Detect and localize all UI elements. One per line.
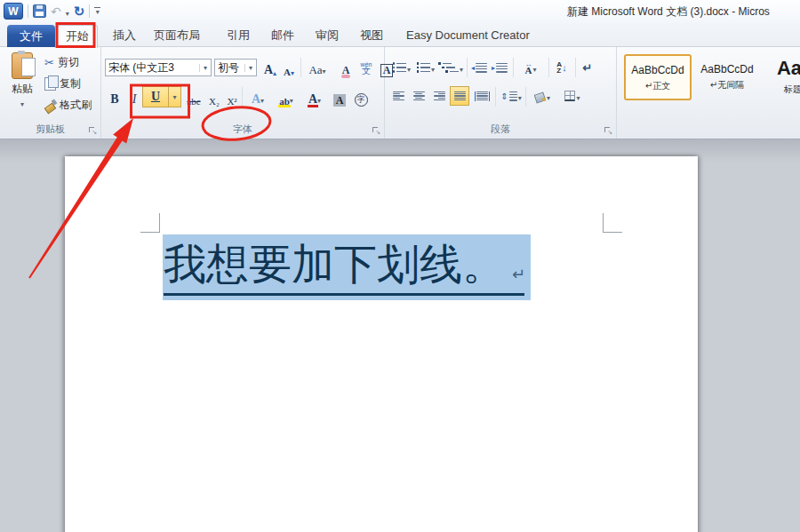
document-page[interactable]: 我想要加下划线。 ↵ <box>65 156 698 532</box>
clipboard-dialog-launcher-icon[interactable] <box>88 126 97 135</box>
justify-button[interactable] <box>450 86 469 106</box>
text-effects-button[interactable]: A <box>245 87 270 107</box>
chevron-down-icon <box>518 88 522 104</box>
divider <box>28 4 28 18</box>
change-case-button[interactable]: Aa <box>304 58 331 77</box>
tab-references[interactable]: 引用 <box>219 25 258 46</box>
paste-label: 粘贴 <box>12 83 33 95</box>
chevron-down-icon <box>547 88 550 104</box>
divider <box>89 4 90 18</box>
copy-label: 复制 <box>60 76 81 91</box>
chevron-down-icon[interactable]: ▾ <box>199 64 211 72</box>
numbering-button[interactable] <box>415 58 436 77</box>
style-card-normal[interactable]: AaBbCcDd ↵正文 <box>624 54 692 100</box>
sort-button[interactable]: AZ ↓ <box>552 58 572 77</box>
asian-layout-icon: ↔ A <box>524 62 532 73</box>
style-sample: AaB <box>762 57 800 80</box>
tab-mailings[interactable]: 邮件 <box>263 25 302 46</box>
character-shading-button[interactable]: A <box>331 87 348 107</box>
increase-indent-button[interactable]: ▸ <box>491 58 508 77</box>
highlight-glyph: ab <box>279 96 290 107</box>
distribute-icon <box>475 91 490 101</box>
bullets-button[interactable] <box>391 58 412 77</box>
paste-dropdown-icon[interactable] <box>5 97 39 109</box>
tab-page-layout[interactable]: 页面布局 <box>146 25 208 46</box>
underline-button[interactable]: U <box>142 86 181 107</box>
italic-button[interactable]: I <box>128 87 140 107</box>
bold-button[interactable]: B <box>107 87 123 107</box>
strikethrough-glyph: abc <box>187 96 200 107</box>
multilevel-list-icon <box>438 62 459 73</box>
phonetic-bottom-text: 文 <box>362 67 371 74</box>
title-bar: W ↶ ↻ 新建 Microsoft Word 文档 (3).docx - Mi… <box>0 0 800 23</box>
style-card-heading1[interactable]: AaB 标题 1 <box>761 54 800 100</box>
undo-dropdown-icon[interactable] <box>66 4 69 20</box>
subscript-glyph: X₂ <box>209 96 220 107</box>
style-name: ↵无间隔 <box>696 79 758 91</box>
styles-group: AaBbCcDd ↵正文 AaBbCcDd ↵无间隔 AaB 标题 1 <box>617 47 800 139</box>
align-right-button[interactable] <box>430 86 448 106</box>
clear-formatting-button[interactable]: A <box>336 58 356 77</box>
selected-text-block[interactable]: 我想要加下划线。 ↵ <box>163 234 531 300</box>
cut-label: 剪切 <box>58 55 79 70</box>
document-text[interactable]: 我想要加下划线。 <box>164 236 524 296</box>
tab-insert[interactable]: 插入 <box>105 25 144 46</box>
show-hide-marks-button[interactable]: ↵ <box>579 58 596 77</box>
align-left-button[interactable] <box>389 86 407 106</box>
save-icon[interactable] <box>33 4 46 18</box>
tab-file[interactable]: 文件 <box>7 25 55 47</box>
paragraph-dialog-launcher-icon[interactable] <box>604 126 612 135</box>
style-card-no-spacing[interactable]: AaBbCcDd ↵无间隔 <box>695 54 759 100</box>
font-dialog-launcher-icon[interactable] <box>372 126 380 135</box>
tab-view[interactable]: 视图 <box>352 25 391 46</box>
strikethrough-button[interactable]: abc <box>184 87 204 107</box>
format-painter-label: 格式刷 <box>60 98 92 113</box>
distribute-button[interactable] <box>472 86 492 106</box>
chevron-down-icon <box>431 60 435 75</box>
format-painter-button[interactable]: 格式刷 <box>44 97 92 113</box>
word-logo-icon[interactable]: W <box>4 3 23 20</box>
tab-easy-document-creator[interactable]: Easy Document Creator <box>398 25 538 46</box>
align-center-button[interactable] <box>410 86 428 106</box>
paragraph-mark: ↵ <box>512 265 525 283</box>
line-spacing-button[interactable]: ⇕ <box>499 86 524 106</box>
grow-font-button[interactable]: A▴ <box>261 58 279 77</box>
underline-dropdown-icon[interactable] <box>168 87 180 107</box>
chevron-down-icon[interactable]: ▾ <box>244 64 256 72</box>
margin-corner-mark-left <box>140 213 160 233</box>
subscript-button[interactable]: X₂ <box>206 87 222 107</box>
window-title: 新建 Microsoft Word 文档 (3).docx - Micros <box>567 4 770 20</box>
decrease-indent-button[interactable]: ◂ <box>470 58 488 77</box>
shrink-font-button[interactable]: A▾ <box>281 58 297 77</box>
tab-review[interactable]: 审阅 <box>308 25 347 46</box>
font-size-value: 初号 <box>215 60 244 75</box>
phonetic-guide-button[interactable]: wén 文 <box>357 58 375 77</box>
superscript-button[interactable]: X² <box>224 87 240 107</box>
scissors-icon: ✂ <box>44 56 54 69</box>
customize-quick-access-icon[interactable] <box>94 7 100 16</box>
chevron-down-icon <box>260 91 264 107</box>
font-color-glyph: A <box>308 92 317 107</box>
undo-icon[interactable]: ↶ <box>51 5 61 18</box>
quick-access-toolbar: W ↶ ↻ <box>4 3 100 20</box>
character-shading-glyph: A <box>333 94 347 107</box>
chevron-down-icon <box>576 88 580 104</box>
tab-home[interactable]: 开始 <box>57 25 98 48</box>
paste-button[interactable]: 粘贴 <box>5 51 39 115</box>
ribbon-tab-row: 文件 开始 插入 页面布局 引用 邮件 审阅 视图 Easy Document … <box>0 23 800 47</box>
enclose-characters-button[interactable]: 字 <box>352 87 370 107</box>
font-size-combobox[interactable]: 初号 ▾ <box>214 59 257 76</box>
font-name-combobox[interactable]: 宋体 (中文正3 ▾ <box>105 59 212 76</box>
copy-button[interactable]: 复制 <box>44 75 81 91</box>
font-color-button[interactable]: A <box>302 87 327 107</box>
multilevel-list-button[interactable] <box>439 58 462 77</box>
highlight-color-button[interactable]: ab <box>274 87 299 107</box>
margin-corner-mark-right <box>603 213 622 233</box>
grow-font-glyph: A <box>264 63 273 77</box>
shading-button[interactable] <box>529 86 556 106</box>
asian-layout-button[interactable]: ↔ A <box>516 58 545 77</box>
borders-button[interactable] <box>559 86 586 106</box>
paint-bucket-icon <box>534 91 546 101</box>
cut-button[interactable]: ✂ 剪切 <box>44 54 79 70</box>
redo-icon[interactable]: ↻ <box>74 5 85 18</box>
